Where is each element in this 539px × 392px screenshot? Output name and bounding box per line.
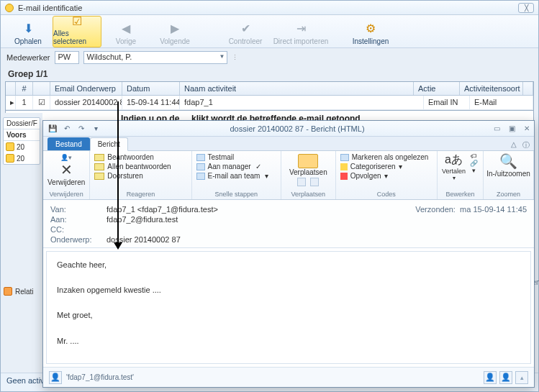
quickstep-testmail[interactable]: Testmail [196, 152, 276, 162]
related-icon: 🔗 [470, 160, 478, 167]
ribbon-collapse-icon[interactable]: △ [511, 140, 517, 150]
relati-button[interactable]: Relati [4, 287, 42, 296]
ribbon-group-verwijderen: 👤▾ ✕ Verwijderen Verwijderen [43, 151, 90, 199]
junk-dropdown[interactable]: 👤▾ [60, 154, 72, 161]
ribbon-help-icon[interactable]: ⓘ [522, 140, 530, 150]
list-item[interactable]: 20 [4, 141, 40, 152]
cell-num: 1 [16, 96, 33, 109]
sent-value: ma 15-09-14 11:45 [460, 205, 527, 214]
medewerker-code-input[interactable]: PW [55, 51, 79, 64]
medewerker-name-dropdown[interactable]: Wildschut, P. ▼ [83, 51, 227, 64]
alles-selecteren-button[interactable]: ☑ Alles selecteren [53, 16, 101, 47]
next-icon: ▶ [167, 20, 183, 36]
subject-label: Onderwerp: [50, 235, 94, 244]
expand-people-pane-icon[interactable]: ▴ [515, 371, 528, 384]
grid-header-asoort[interactable]: Activiteitensoort [460, 82, 523, 95]
mail-redo-icon[interactable]: ↷ [76, 124, 86, 134]
move-folder-icon[interactable] [298, 154, 318, 168]
edit-more-icons[interactable]: 🏷 🔗 ▾ [468, 152, 479, 181]
from-value: fdap7_1 <fdap7_1@fidura.test> [107, 205, 218, 214]
followup-button[interactable]: Opvolgen ▾ [340, 171, 432, 181]
import-icon: ⇥ [293, 20, 309, 36]
quickstep-manager[interactable]: Aan manager ✓ [196, 162, 276, 171]
left-tab-voors[interactable]: Voors [4, 129, 40, 141]
instellingen-button[interactable]: ⚙ Instellingen [346, 16, 395, 47]
reply-all-icon [94, 163, 104, 170]
avatar-icon[interactable]: 👤 [484, 371, 497, 384]
mail-maximize-button[interactable]: ▣ [509, 124, 515, 132]
cell-check[interactable]: ☑ [33, 96, 50, 109]
mail-ribbon: 👤▾ ✕ Verwijderen Verwijderen Beantwoorde… [43, 151, 534, 200]
row-indicator-icon: ▸ [6, 96, 16, 109]
rules-icon[interactable] [297, 178, 306, 186]
quickstep-team[interactable]: E-mail aan team ▾ [196, 171, 276, 181]
mark-unread-button[interactable]: Markeren als ongelezen [340, 152, 432, 162]
left-tab-dossier[interactable]: Dossier/F [4, 118, 40, 129]
forward-icon [94, 173, 104, 180]
reply-icon [94, 154, 104, 161]
direct-importeren-button[interactable]: ⇥ Direct importeren [270, 16, 332, 47]
mail-titlebar: 💾 ↶ ↷ ▾ dossier 20140002 87 - Bericht (H… [43, 121, 534, 137]
to-value: fdap7_2@fidura.test [107, 215, 178, 224]
delete-icon[interactable]: ✕ [60, 161, 73, 178]
cell-subject: dossier 20140002 87 ... [50, 96, 122, 109]
select-icon: ▾ [472, 167, 476, 174]
grid-header-subject[interactable]: Email Onderwerp [50, 82, 122, 95]
ribbon-group-zoomen: 🔍 In-/uitzoomen Zoomen [484, 151, 534, 199]
list-item[interactable]: 20 [4, 152, 40, 164]
envelope-icon [340, 154, 349, 161]
grid-header-actie[interactable]: Actie [414, 82, 460, 95]
mail-people-pane: 👤 'fdap7_1@fidura.test' 👤 👤 ▴ [43, 367, 534, 387]
table-row[interactable]: ▸ 1 ☑ dossier 20140002 87 ... 15-09-14 1… [6, 96, 533, 110]
tab-bericht[interactable]: Bericht [90, 137, 128, 151]
find-icon: 🏷 [471, 152, 477, 160]
mail-undo-icon[interactable]: ↶ [62, 124, 72, 134]
ophalen-button[interactable]: ⬇ Ophalen [4, 16, 53, 47]
check-icon: ✔ [237, 20, 253, 36]
actions-icon[interactable] [310, 178, 319, 186]
tab-bestand[interactable]: Bestand [47, 137, 90, 150]
window-close-button[interactable]: ╳ [518, 3, 534, 13]
zoom-icon[interactable]: 🔍 [499, 152, 517, 170]
dropdown-ellipsis-icon[interactable]: ⋮ [232, 54, 238, 61]
mail-close-button[interactable]: ✕ [524, 124, 530, 132]
translate-button[interactable]: aあ Vertalen ▾ [442, 152, 466, 181]
mail-save-icon[interactable]: 💾 [47, 124, 58, 134]
people-pane-address: 'fdap7_1@fidura.test' [66, 373, 134, 381]
ribbon-group-snelle-stappen: Testmail Aan manager ✓ E-mail aan team ▾… [192, 151, 281, 199]
relation-icon [4, 287, 12, 296]
previous-icon: ◀ [118, 20, 134, 36]
mail-minimize-button[interactable]: ▭ [494, 124, 500, 132]
titlebar: E-mail identificatie ╳ [1, 1, 538, 15]
grid-header-num[interactable]: # [16, 82, 33, 95]
categorize-button[interactable]: Categoriseren ▾ [340, 162, 432, 171]
left-panel: Dossier/F Voors 20 20 Relati [1, 113, 42, 371]
grid-header-activity[interactable]: Naam activiteit [180, 82, 414, 95]
grid-header-row: # Email Onderwerp Datum Naam activiteit … [6, 82, 533, 96]
reply-button[interactable]: Beantwoorden [94, 152, 186, 162]
avatar-icon[interactable]: 👤 [499, 371, 512, 384]
controleer-button[interactable]: ✔ Controleer [221, 16, 270, 47]
flag-icon [340, 173, 348, 180]
mail-icon [196, 154, 205, 161]
vorige-button[interactable]: ◀ Vorige [101, 16, 150, 47]
reply-all-button[interactable]: Allen beantwoorden [94, 162, 186, 171]
avatar-icon[interactable]: 👤 [49, 371, 62, 384]
mail-icon [196, 173, 205, 180]
app-icon [5, 4, 14, 12]
ribbon-group-codes: Markeren als ongelezen Categoriseren ▾ O… [336, 151, 438, 199]
mail-body-line: Met groet, [57, 309, 520, 322]
grid-header-check[interactable] [33, 82, 50, 95]
forward-button[interactable]: Doorsturen [94, 171, 186, 181]
volgende-button[interactable]: ▶ Volgende [150, 16, 199, 47]
main-toolbar: ⬇ Ophalen ☑ Alles selecteren ◀ Vorige ▶ … [1, 15, 538, 48]
grid-header-date[interactable]: Datum [122, 82, 180, 95]
cell-date: 15-09-14 11:44 [122, 96, 180, 109]
cc-label: CC: [50, 225, 94, 234]
mail-qat-more-icon[interactable]: ▾ [91, 124, 101, 134]
app-root: E-mail identificatie ╳ ⬇ Ophalen ☑ Alles… [0, 0, 539, 392]
ribbon-group-bewerken: aあ Vertalen ▾ 🏷 🔗 ▾ Bewerken [438, 151, 484, 199]
groep-label: Groep 1/1 [1, 67, 538, 81]
ribbon-group-reageren: Beantwoorden Allen beantwoorden Doorstur… [90, 151, 191, 199]
mail-body[interactable]: Geachte heer, Inzaken opgemeld kwestie .… [46, 251, 531, 364]
